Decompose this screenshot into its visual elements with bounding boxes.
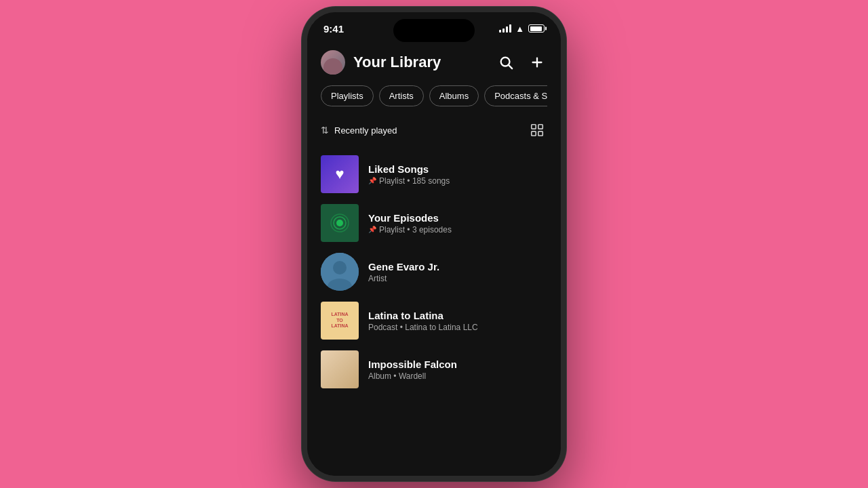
page-title: Your Library [353,54,441,71]
impossible-info: Impossible Falcon Album • Wardell [368,359,547,381]
tab-playlists[interactable]: Playlists [321,85,374,106]
search-button[interactable] [496,52,516,73]
status-icons: ▲ [499,24,545,34]
tab-artists[interactable]: Artists [379,85,424,106]
list-item-latina[interactable]: LATINATOLATINA Latina to Latina Podcast … [321,296,547,345]
svg-rect-5 [538,125,542,129]
sort-label[interactable]: ⇅ Recently played [321,125,397,136]
podcast-wave-icon [329,212,351,234]
sort-row: ⇅ Recently played [321,120,547,140]
svg-point-12 [333,261,347,274]
list-item-your-episodes[interactable]: Your Episodes 📌 Playlist • 3 episodes [321,199,547,247]
list-item-gene-evaro[interactable]: Gene Evaro Jr. Artist [321,247,547,296]
your-episodes-info: Your Episodes 📌 Playlist • 3 episodes [368,212,547,235]
svg-rect-4 [532,125,536,129]
filter-tabs: Playlists Artists Albums Podcasts & Sho [321,85,547,106]
avatar[interactable] [321,50,345,75]
gene-evaro-thumb [321,253,359,291]
liked-songs-subtitle: 📌 Playlist • 185 songs [368,176,547,186]
library-header: Your Library [321,42,547,85]
svg-rect-7 [538,131,542,136]
liked-songs-title: Liked Songs [368,163,547,175]
impossible-art [321,350,359,388]
bar4 [509,24,511,33]
gene-evaro-meta: Artist [368,274,387,283]
latina-title: Latina to Latina [368,310,547,321]
battery-fill [530,26,542,31]
sort-arrows-icon: ⇅ [321,125,329,136]
bar2 [502,28,505,33]
sort-text: Recently played [334,125,397,136]
bar3 [506,26,508,33]
impossible-thumb [321,350,359,388]
grid-view-button[interactable] [527,120,547,140]
latina-art: LATINATOLATINA [321,302,359,340]
avatar-silhouette [323,58,342,75]
gene-evaro-art [321,253,359,291]
phone-wrapper: 9:41 ▲ [302,7,566,481]
svg-rect-6 [532,131,536,136]
impossible-title: Impossible Falcon [368,359,547,370]
svg-line-1 [509,65,512,68]
your-episodes-meta: Playlist • 3 episodes [379,225,452,235]
tab-albums[interactable]: Albums [429,85,479,106]
phone-frame: 9:41 ▲ [302,7,566,481]
header-actions [496,52,547,73]
wifi-icon: ▲ [515,24,524,34]
impossible-subtitle: Album • Wardell [368,371,547,381]
bar1 [499,30,501,33]
your-episodes-thumb [321,204,359,242]
gene-evaro-title: Gene Evaro Jr. [368,261,547,272]
battery-icon [528,24,545,33]
liked-songs-thumb: ♥ [321,155,359,193]
gene-evaro-info: Gene Evaro Jr. Artist [368,261,547,283]
dynamic-island [393,19,475,42]
pin-icon-2: 📌 [368,226,376,233]
latina-subtitle: Podcast • Latina to Latina LLC [368,323,547,332]
liked-songs-info: Liked Songs 📌 Playlist • 185 songs [368,163,547,186]
header-left: Your Library [321,50,441,75]
your-episodes-title: Your Episodes [368,212,547,224]
svg-point-8 [336,220,343,226]
impossible-meta: Album • Wardell [368,371,426,381]
heart-icon: ♥ [335,165,344,183]
latina-meta: Podcast • Latina to Latina LLC [368,323,478,332]
phone-screen: 9:41 ▲ [307,12,561,476]
pin-icon: 📌 [368,177,376,184]
list-item-impossible-falcon[interactable]: Impossible Falcon Album • Wardell [321,345,547,394]
library-list: ♥ Liked Songs 📌 Playlist • 185 songs [321,150,547,394]
status-time: 9:41 [323,23,344,35]
liked-songs-meta: Playlist • 185 songs [379,176,450,186]
your-episodes-subtitle: 📌 Playlist • 3 episodes [368,225,547,235]
list-item-liked-songs[interactable]: ♥ Liked Songs 📌 Playlist • 185 songs [321,150,547,199]
latina-info: Latina to Latina Podcast • Latina to Lat… [368,310,547,332]
add-button[interactable] [527,52,547,73]
gene-evaro-subtitle: Artist [368,274,547,283]
signal-bars-icon [499,24,511,33]
tab-podcasts[interactable]: Podcasts & Sho [484,85,547,106]
screen-content: Your Library [307,42,561,476]
latina-thumb: LATINATOLATINA [321,302,359,340]
